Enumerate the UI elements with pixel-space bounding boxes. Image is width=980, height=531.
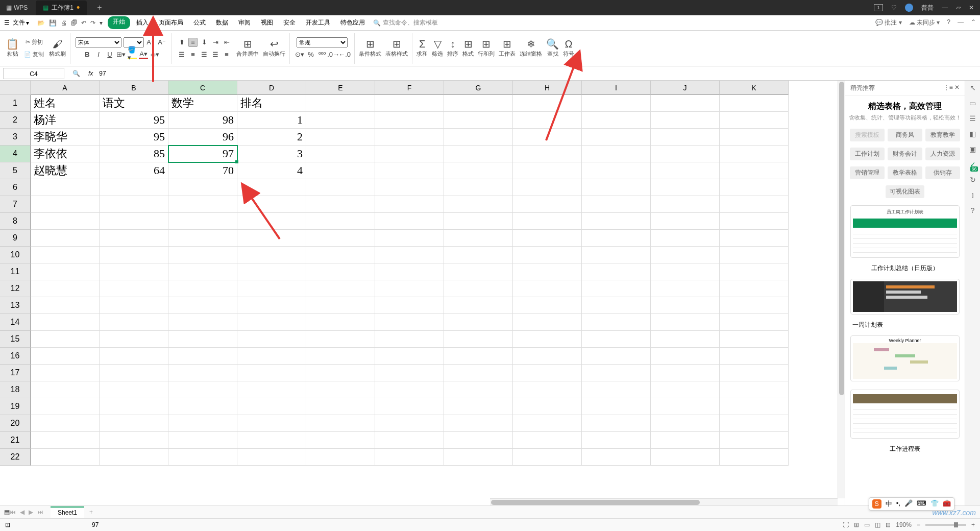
- cell[interactable]: [237, 247, 306, 263]
- fill-color-button[interactable]: 🪣▾: [128, 50, 137, 59]
- row-header[interactable]: 16: [0, 348, 31, 365]
- copy-button[interactable]: 📄 复制: [24, 51, 44, 58]
- distribute-icon[interactable]: ≡: [222, 50, 231, 59]
- zoom-slider[interactable]: [925, 524, 966, 526]
- align-bottom-icon[interactable]: ⬇: [200, 38, 209, 47]
- cell[interactable]: 95: [100, 112, 168, 129]
- cell[interactable]: [306, 449, 375, 466]
- cell[interactable]: 排名: [237, 95, 306, 112]
- row-header[interactable]: 4: [0, 146, 31, 162]
- close-icon[interactable]: ✕: [969, 4, 974, 11]
- first-sheet-icon[interactable]: ⏮: [10, 509, 16, 516]
- symbol-button[interactable]: Ω符号: [561, 37, 576, 60]
- cell[interactable]: [651, 129, 720, 146]
- column-header[interactable]: K: [720, 81, 789, 95]
- zoom-level[interactable]: 190%: [896, 521, 912, 528]
- cell[interactable]: [651, 381, 720, 398]
- cell[interactable]: [444, 179, 513, 196]
- cell[interactable]: [720, 449, 789, 466]
- align-top-icon[interactable]: ⬆: [177, 38, 186, 47]
- notification-icon[interactable]: ♡: [891, 4, 897, 11]
- cell[interactable]: [100, 196, 168, 213]
- cell[interactable]: [31, 398, 100, 415]
- cell[interactable]: [100, 449, 168, 466]
- increase-indent-icon[interactable]: ⇥: [211, 38, 220, 47]
- cell[interactable]: [237, 297, 306, 314]
- cell[interactable]: [306, 365, 375, 381]
- cell[interactable]: [651, 280, 720, 297]
- print-preview-icon[interactable]: 🗐: [71, 19, 77, 27]
- cell[interactable]: [582, 449, 651, 466]
- format-painter-button[interactable]: 🖌 格式刷: [47, 37, 68, 60]
- cell[interactable]: [582, 112, 651, 129]
- cell[interactable]: [375, 365, 444, 381]
- horizontal-scroll-thumb[interactable]: [491, 500, 700, 505]
- column-header[interactable]: E: [306, 81, 375, 95]
- decrease-decimal-icon[interactable]: ←.0: [340, 50, 349, 59]
- cell[interactable]: [444, 398, 513, 415]
- cell[interactable]: [444, 230, 513, 247]
- cell[interactable]: [651, 348, 720, 365]
- sort-button[interactable]: ↕排序: [445, 37, 460, 60]
- cell[interactable]: [444, 213, 513, 230]
- cell[interactable]: [375, 247, 444, 263]
- menu-icon[interactable]: ☰: [4, 19, 10, 27]
- tab-formulas[interactable]: 公式: [189, 16, 210, 29]
- cell[interactable]: [375, 432, 444, 449]
- sheet-tab[interactable]: Sheet1: [51, 506, 84, 518]
- column-header[interactable]: D: [237, 81, 306, 95]
- template-item[interactable]: [850, 279, 960, 315]
- cell[interactable]: [513, 314, 582, 331]
- cell[interactable]: [168, 213, 237, 230]
- align-left-icon[interactable]: ☰: [177, 50, 186, 59]
- cell[interactable]: [513, 112, 582, 129]
- cell[interactable]: [237, 280, 306, 297]
- table-style-button[interactable]: ⊞表格样式: [383, 37, 410, 60]
- cell[interactable]: [582, 314, 651, 331]
- cell[interactable]: [444, 95, 513, 112]
- cell[interactable]: [582, 247, 651, 263]
- cell[interactable]: [31, 449, 100, 466]
- cell[interactable]: [720, 415, 789, 432]
- next-sheet-icon[interactable]: ▶: [29, 509, 33, 516]
- vertical-scroll-thumb[interactable]: [839, 82, 844, 395]
- cell[interactable]: [306, 162, 375, 179]
- template-item[interactable]: Weekly Planner: [850, 335, 960, 381]
- cell[interactable]: [100, 213, 168, 230]
- cell[interactable]: [375, 95, 444, 112]
- cell[interactable]: [582, 213, 651, 230]
- cell[interactable]: [31, 179, 100, 196]
- refresh-icon[interactable]: ↻: [970, 176, 976, 184]
- column-header[interactable]: B: [100, 81, 168, 95]
- borders-button[interactable]: ⊞▾: [116, 50, 126, 59]
- cell[interactable]: [444, 348, 513, 365]
- row-header[interactable]: 21: [0, 432, 31, 449]
- cell[interactable]: [444, 280, 513, 297]
- cell[interactable]: [375, 449, 444, 466]
- cell[interactable]: [513, 280, 582, 297]
- app-logo[interactable]: ▦ WPS: [0, 4, 34, 11]
- cell[interactable]: [375, 129, 444, 146]
- decrease-font-icon[interactable]: A⁻: [157, 38, 166, 47]
- row-header[interactable]: 2: [0, 112, 31, 129]
- qat-more-icon[interactable]: ▾: [100, 19, 103, 27]
- row-header[interactable]: 17: [0, 365, 31, 381]
- cell[interactable]: [306, 381, 375, 398]
- cell[interactable]: [651, 331, 720, 348]
- cell[interactable]: [375, 348, 444, 365]
- cell[interactable]: [720, 129, 789, 146]
- cell[interactable]: [651, 95, 720, 112]
- help-side-icon[interactable]: ?: [971, 206, 975, 214]
- cell[interactable]: [100, 398, 168, 415]
- percent-icon[interactable]: %: [306, 50, 315, 59]
- cell[interactable]: [375, 146, 444, 162]
- cell[interactable]: [720, 280, 789, 297]
- user-avatar[interactable]: [905, 4, 913, 12]
- cell[interactable]: [582, 95, 651, 112]
- cell[interactable]: [100, 432, 168, 449]
- cell[interactable]: [513, 196, 582, 213]
- cell[interactable]: [582, 348, 651, 365]
- cell[interactable]: [651, 449, 720, 466]
- cell[interactable]: [444, 112, 513, 129]
- cell[interactable]: [513, 297, 582, 314]
